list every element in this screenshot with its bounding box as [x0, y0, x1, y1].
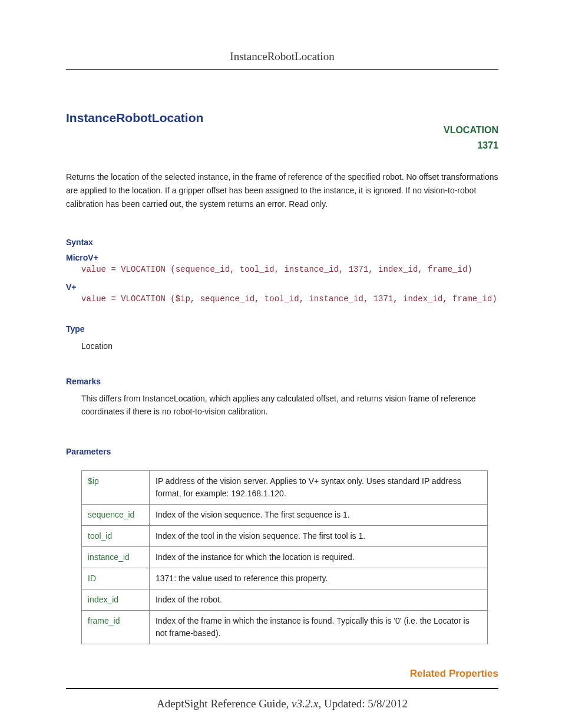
table-row: ID 1371: the value used to reference thi…: [82, 568, 488, 589]
parameters-heading: Parameters: [66, 447, 498, 456]
microv-code: value = VLOCATION (sequence_id, tool_id,…: [81, 265, 498, 274]
param-name: tool_id: [82, 525, 150, 546]
type-heading: Type: [66, 324, 498, 334]
param-desc: IP address of the vision server. Applies…: [150, 470, 488, 504]
type-value: Location: [81, 340, 498, 353]
param-desc: Index of the vision sequence. The first …: [150, 504, 488, 525]
table-row: frame_id Index of the frame in which the…: [82, 610, 488, 644]
header-rule: [66, 69, 498, 70]
microv-label: MicroV+: [66, 253, 498, 262]
property-badge: VLOCATION 1371: [444, 111, 498, 153]
footer-updated-prefix: , Updated:: [318, 697, 368, 710]
table-row: tool_id Index of the tool in the vision …: [82, 525, 488, 546]
footer-line: AdeptSight Reference Guide, v3.2.x, Upda…: [66, 697, 498, 710]
page-title: InstanceRobotLocation: [66, 111, 203, 125]
badge-keyword: VLOCATION: [444, 123, 498, 138]
param-desc: Index of the robot.: [150, 589, 488, 610]
remarks-text: This differs from InstanceLocation, whic…: [81, 392, 498, 419]
param-name: $ip: [82, 470, 150, 504]
param-name: frame_id: [82, 610, 150, 644]
running-header: InstanceRobotLocation: [66, 50, 498, 69]
param-desc: 1371: the value used to reference this p…: [150, 568, 488, 589]
param-name: ID: [82, 568, 150, 589]
syntax-heading: Syntax: [66, 238, 498, 247]
table-row: $ip IP address of the vision server. App…: [82, 470, 488, 504]
param-desc: Index of the frame in which the instance…: [150, 610, 488, 644]
badge-code: 1371: [444, 138, 498, 153]
intro-paragraph: Returns the location of the selected ins…: [66, 170, 498, 211]
footer-version-prefix: ,: [286, 697, 292, 710]
footer-updated: 5/8/2012: [368, 697, 408, 710]
vplus-code: value = VLOCATION ($ip, sequence_id, too…: [81, 294, 498, 304]
footer-version: v3.2.x: [292, 697, 318, 710]
param-desc: Index of the instance for which the loca…: [150, 546, 488, 568]
footer-guide: AdeptSight Reference Guide: [157, 697, 286, 710]
footer-rule: [66, 688, 498, 689]
table-row: instance_id Index of the instance for wh…: [82, 546, 488, 568]
parameters-table: $ip IP address of the vision server. App…: [81, 470, 488, 644]
param-name: sequence_id: [82, 504, 150, 525]
table-row: index_id Index of the robot.: [82, 589, 488, 610]
table-row: sequence_id Index of the vision sequence…: [82, 504, 488, 525]
param-name: instance_id: [82, 546, 150, 568]
param-name: index_id: [82, 589, 150, 610]
related-properties-heading: Related Properties: [66, 668, 498, 680]
remarks-heading: Remarks: [66, 377, 498, 386]
vplus-label: V+: [66, 282, 498, 292]
param-desc: Index of the tool in the vision sequence…: [150, 525, 488, 546]
